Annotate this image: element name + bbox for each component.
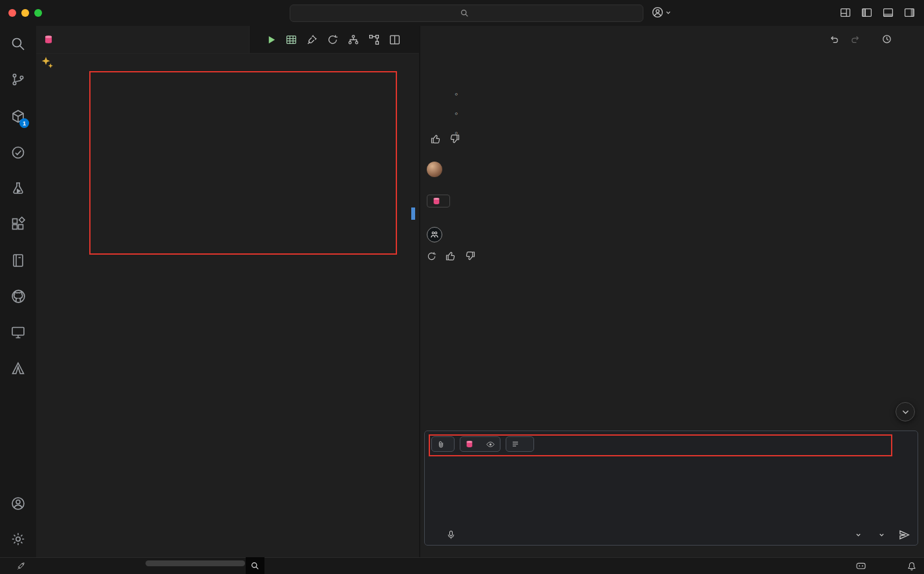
context-row (431, 436, 911, 452)
feedback-row (431, 134, 912, 144)
editor-toolbar (266, 26, 410, 53)
scroll-to-bottom-button[interactable] (896, 402, 915, 421)
source-control-icon[interactable] (0, 67, 36, 92)
title-bar (0, 0, 924, 27)
mode-dropdown[interactable] (852, 532, 861, 538)
thumbs-up-icon[interactable] (431, 134, 441, 144)
search-view-icon[interactable] (0, 31, 36, 57)
github-icon[interactable] (0, 283, 36, 309)
toggle-secondary-sidebar-icon[interactable] (904, 7, 915, 18)
references-view-icon[interactable]: 1 (0, 103, 36, 129)
settings-gear-icon[interactable] (0, 526, 36, 552)
regenerate-icon[interactable] (427, 251, 436, 261)
assistant-message-header (427, 227, 912, 242)
mssql-database-icon (466, 440, 473, 448)
list-item (431, 73, 912, 87)
user-avatar (427, 162, 442, 177)
estimated-plan-icon[interactable] (327, 34, 338, 45)
minimize-window-button[interactable] (21, 9, 29, 17)
assistant-avatar (427, 227, 442, 242)
model-dropdown[interactable] (876, 532, 885, 538)
close-window-button[interactable] (8, 9, 16, 17)
command-center-search[interactable] (290, 5, 643, 22)
flask-run-icon[interactable] (0, 176, 36, 202)
zoom-indicator[interactable] (246, 557, 264, 574)
search-icon (460, 9, 469, 17)
query-plan-nodes-icon[interactable] (369, 34, 380, 45)
mssql-database-icon (433, 197, 440, 205)
microphone-icon[interactable] (447, 530, 455, 540)
overview-ruler-marker (411, 207, 415, 220)
badge-count: 1 (19, 118, 29, 128)
activity-bar: 1 (0, 26, 37, 557)
list-item (431, 92, 912, 107)
extensions-icon[interactable] (0, 211, 36, 237)
statusbar-progress (145, 560, 245, 566)
paperclip-icon (437, 440, 445, 449)
chat-input-box[interactable] (424, 430, 918, 546)
launchpad-item[interactable] (17, 562, 28, 570)
customize-layout-icon[interactable] (840, 7, 851, 18)
accounts-icon[interactable] (0, 491, 36, 516)
editor-tab[interactable] (36, 26, 250, 53)
input-controls (434, 529, 910, 540)
editor-tab-bar (36, 26, 419, 54)
toggle-primary-sidebar-icon[interactable] (861, 7, 872, 18)
assistant-actions (427, 251, 912, 261)
task-check-icon[interactable] (0, 140, 36, 165)
remote-explorer-icon[interactable] (0, 319, 36, 345)
notebook-icon[interactable] (0, 248, 36, 273)
thumbs-up-icon[interactable] (446, 251, 456, 261)
mssql-database-icon (44, 35, 53, 44)
status-bar (0, 557, 924, 574)
azure-icon[interactable] (0, 356, 36, 381)
window-controls (8, 9, 42, 17)
list-item (431, 112, 912, 126)
editor-code-area[interactable] (36, 53, 419, 557)
vscode-window: 1 (0, 0, 924, 574)
eye-icon[interactable] (486, 440, 495, 449)
chat-messages (431, 52, 912, 261)
current-file-chip[interactable] (460, 436, 500, 452)
accounts-menu[interactable] (652, 6, 671, 18)
add-context-button[interactable] (431, 436, 455, 452)
connection-plug-icon[interactable] (306, 34, 317, 45)
run-query-button[interactable] (266, 35, 276, 45)
send-icon[interactable] (899, 529, 910, 540)
split-editor-icon[interactable] (389, 34, 400, 45)
copilot-status-icon[interactable] (856, 562, 866, 570)
maximize-window-button[interactable] (34, 9, 42, 17)
chat-panel-header (420, 26, 924, 52)
user-message-header (427, 162, 912, 177)
editor-group (36, 26, 419, 557)
toggle-panel-icon[interactable] (883, 7, 894, 18)
chat-history-icon[interactable] (882, 34, 892, 44)
attachment-chip[interactable] (427, 195, 450, 207)
file-lines-icon (511, 440, 519, 448)
thumbs-down-icon[interactable] (465, 251, 475, 261)
thumbs-down-icon[interactable] (449, 134, 460, 144)
redo-icon[interactable] (850, 34, 860, 44)
schema-compare-icon[interactable] (348, 34, 359, 45)
notifications-bell-icon[interactable] (907, 562, 916, 571)
account-icon (652, 6, 663, 18)
database-projects-icon[interactable] (0, 391, 36, 417)
chevron-down-icon (665, 10, 671, 16)
undo-icon[interactable] (830, 34, 839, 44)
sqlplan-attachment-chip[interactable] (506, 436, 534, 452)
results-grid-icon[interactable] (286, 34, 297, 45)
